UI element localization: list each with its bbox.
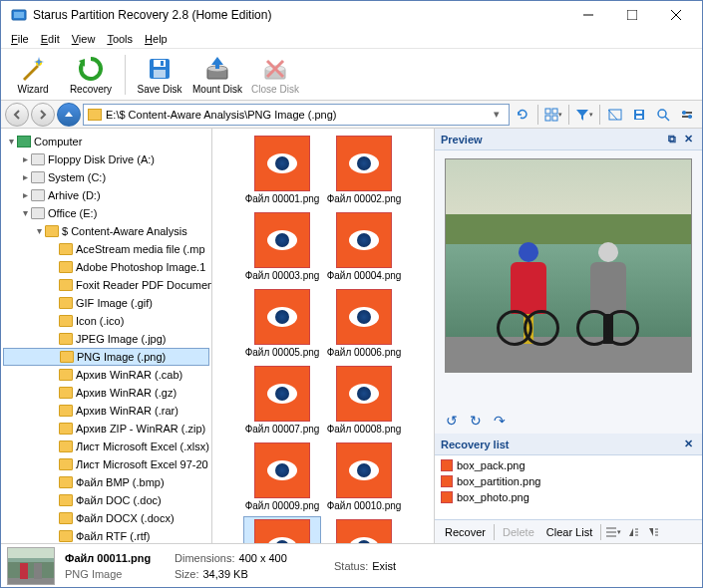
tree-item[interactable]: Архив ZIP - WinRAR (.zip) (3, 420, 209, 438)
minimize-button[interactable] (566, 1, 610, 29)
folder-icon (59, 243, 73, 255)
file-list-pane[interactable]: Файл 00001.pngФайл 00002.pngФайл 00003.p… (212, 129, 435, 543)
tree-twisty-icon[interactable]: ▸ (19, 150, 31, 168)
preview-image (445, 158, 692, 373)
tree-item[interactable]: ▸Arhive (D:) (3, 186, 209, 204)
recover-button[interactable]: Recover (441, 524, 490, 540)
tree-twisty-icon[interactable]: ▸ (19, 168, 31, 186)
tree-item[interactable]: Лист Microsoft Excel (.xlsx) (3, 438, 209, 455)
tree-item[interactable]: Adobe Photoshop Image.1 (3, 258, 209, 276)
file-thumbnail[interactable]: Файл 00005.png (243, 286, 321, 361)
nav-up-button[interactable] (57, 103, 81, 127)
wizard-icon (19, 55, 47, 83)
preview-close-icon[interactable]: ✕ (680, 132, 696, 147)
folder-icon (59, 387, 73, 399)
list-layout-icon[interactable]: ▾ (605, 524, 621, 540)
maximize-button[interactable] (610, 1, 654, 29)
file-thumbnail[interactable]: Файл 00003.png (243, 209, 321, 284)
nav-forward-button[interactable] (31, 103, 55, 127)
file-icon (336, 289, 392, 345)
rotate-180-icon[interactable]: ↻ (467, 412, 485, 430)
address-dropdown-icon[interactable]: ▾ (489, 108, 505, 121)
app-icon (11, 7, 27, 23)
tree-item[interactable]: ▸Floppy Disk Drive (A:) (3, 150, 209, 168)
tree-item[interactable]: ▾Computer (3, 133, 209, 150)
tree-item[interactable]: Архив WinRAR (.cab) (3, 366, 209, 384)
sort-asc-icon[interactable] (625, 524, 641, 540)
tree-item[interactable]: Файл DOC (.doc) (3, 491, 209, 509)
nav-back-button[interactable] (5, 103, 29, 127)
status-filetype: PNG Image (65, 568, 165, 580)
recovery-list-item[interactable]: box_partition.png (441, 473, 696, 489)
clear-list-button[interactable]: Clear List (542, 524, 596, 540)
file-icon (254, 289, 310, 345)
tree-item[interactable]: ▾Office (E:) (3, 204, 209, 222)
tree-item[interactable]: JPEG Image (.jpg) (3, 330, 209, 348)
filter-button[interactable]: ▾ (573, 104, 595, 126)
tree-item[interactable]: GIF Image (.gif) (3, 294, 209, 312)
file-thumbnail[interactable]: Файл 00011.png (243, 516, 321, 543)
file-thumbnail[interactable]: Файл 00001.png (243, 133, 321, 207)
options-button[interactable] (676, 104, 698, 126)
tree-twisty-icon[interactable]: ▾ (5, 133, 17, 150)
preview-popout-icon[interactable]: ⧉ (664, 132, 680, 147)
file-thumbnail[interactable]: Файл 00007.png (243, 363, 321, 438)
tree-twisty-icon[interactable]: ▸ (19, 186, 31, 204)
file-thumbnail[interactable]: Файл 00004.png (325, 209, 403, 284)
drive-icon (31, 207, 45, 219)
rotate-right-icon[interactable]: ↷ (491, 412, 509, 430)
file-thumbnail[interactable]: Файл 00002.png (325, 133, 403, 207)
recovery-list-item[interactable]: box_photo.png (441, 489, 696, 505)
tree-item[interactable]: ▸System (C:) (3, 168, 209, 186)
tree-item[interactable]: Архив WinRAR (.rar) (3, 402, 209, 420)
file-thumbnail[interactable]: Файл 00006.png (325, 286, 403, 361)
toolbar-mount-disk-button[interactable]: Mount Disk (189, 51, 245, 99)
folder-icon (60, 351, 74, 363)
tree-item[interactable]: Файл BMP (.bmp) (3, 473, 209, 491)
menu-help[interactable]: Help (139, 31, 174, 47)
window-title: Starus Partition Recovery 2.8 (Home Edit… (33, 8, 566, 22)
toolbar-save-disk-button[interactable]: Save Disk (132, 51, 187, 99)
rotate-left-icon[interactable]: ↺ (443, 412, 461, 430)
tree-item[interactable]: Icon (.ico) (3, 312, 209, 330)
tree-item[interactable]: ▾$ Content-Aware Analysis (3, 222, 209, 240)
file-thumbnail[interactable]: Файл 00010.png (325, 440, 403, 514)
tree-item[interactable]: Foxit Reader PDF Documen (3, 276, 209, 294)
svg-point-30 (682, 111, 686, 115)
refresh-button[interactable] (512, 104, 533, 126)
size-value: 34,39 KB (202, 568, 247, 580)
file-icon (254, 366, 310, 422)
folder-icon (59, 333, 73, 345)
recovery-list-close-icon[interactable]: ✕ (680, 437, 696, 452)
file-thumbnail[interactable]: Файл 00008.png (325, 363, 403, 438)
view-mode-button[interactable]: ▾ (542, 104, 564, 126)
menu-view[interactable]: View (66, 31, 102, 47)
file-thumbnail[interactable]: Файл 00012.png (325, 516, 403, 543)
folder-icon (59, 297, 73, 309)
toolbar-recovery-button[interactable]: Recovery (63, 51, 119, 99)
folder-icon (88, 109, 102, 121)
search-button[interactable] (652, 104, 674, 126)
address-field[interactable]: ▾ (83, 104, 510, 126)
tree-item[interactable]: Файл RTF (.rtf) (3, 527, 209, 543)
folder-tree[interactable]: ▾Computer▸Floppy Disk Drive (A:)▸System … (1, 129, 212, 543)
address-input[interactable] (106, 109, 489, 121)
menu-file[interactable]: File (5, 31, 35, 47)
tree-twisty-icon[interactable]: ▾ (19, 204, 31, 222)
tree-item[interactable]: AceStream media file (.mp (3, 240, 209, 258)
tree-item[interactable]: PNG Image (.png) (3, 348, 209, 366)
tree-item[interactable]: Архив WinRAR (.gz) (3, 384, 209, 402)
sort-desc-icon[interactable] (645, 524, 661, 540)
tree-twisty-icon[interactable]: ▾ (33, 222, 45, 240)
recovery-list-item[interactable]: box_pack.png (441, 457, 696, 473)
save-button[interactable] (628, 104, 650, 126)
menu-edit[interactable]: Edit (35, 31, 66, 47)
close-button[interactable] (654, 1, 698, 29)
file-thumbnail[interactable]: Файл 00009.png (243, 440, 321, 514)
menu-tools[interactable]: Tools (101, 31, 139, 47)
delete-button[interactable]: Delete (499, 524, 538, 540)
tree-item[interactable]: Лист Microsoft Excel 97-20 (3, 455, 209, 473)
toolbar-wizard-button[interactable]: Wizard (5, 51, 61, 99)
tree-item[interactable]: Файл DOCX (.docx) (3, 509, 209, 527)
panel-toggle-button[interactable] (604, 104, 626, 126)
